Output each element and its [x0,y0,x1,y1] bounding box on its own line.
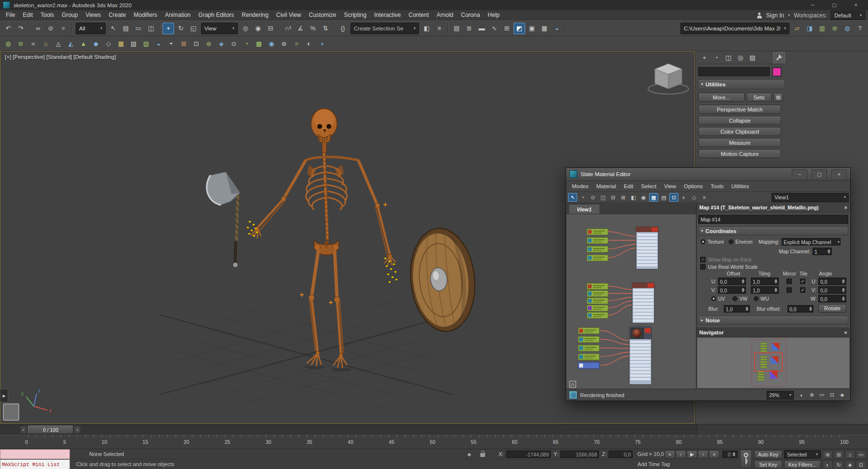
time-slider-next-button[interactable]: › [74,426,81,434]
slate-layout-children-icon[interactable]: ▤ [659,193,668,202]
slate-material-preview-icon[interactable]: ◉ [639,193,648,202]
slate-title-bar[interactable]: Slate Material Editor ─ ▢ × [566,168,850,181]
project-folder-icon[interactable]: ▱ [791,23,803,34]
zoom-extents-icon[interactable]: ⌂ [845,450,855,459]
menu-item[interactable]: Rendering [238,11,272,19]
slate-status-zoom-extents-selected-icon[interactable]: ◈ [838,391,847,400]
slate-zoom-extents-icon[interactable]: ⊡ [669,193,678,202]
object-color-swatch[interactable] [773,68,781,76]
coordinates-rollout[interactable]: ▾Coordinates [698,226,848,235]
redo-icon[interactable]: ↷ [15,23,27,34]
spinner-snap-toggle-icon[interactable]: ⇅ [320,23,331,34]
select-and-rotate-icon[interactable]: ↻ [175,23,187,34]
slate-node-canvas[interactable] [567,214,696,388]
set-keys-button[interactable] [740,450,752,468]
menu-item[interactable]: Tools [37,11,58,19]
slate-status-pan-icon[interactable]: ◐ [797,391,806,400]
v-tile-checkbox[interactable]: ✓ [800,288,805,293]
select-and-move-icon[interactable]: + [163,23,174,34]
close-button[interactable]: × [847,0,865,10]
v-tiling-field[interactable]: 1,0 [751,287,779,294]
material-editor-icon[interactable]: ◩ [514,23,525,34]
toggle-layer-explorer-icon[interactable]: ≣ [463,23,475,34]
sign-in-caret-icon[interactable]: ▾ [788,14,790,17]
time-slider-handle[interactable]: 0 / 100 [28,426,73,434]
dolly-icon[interactable]: ◈ [845,460,855,469]
reference-coordinate-system-dropdown[interactable]: View▾ [201,23,238,34]
menu-item[interactable]: Edit [19,11,37,19]
unlink-selection-icon[interactable]: ⊘ [45,23,56,34]
display-tab-icon[interactable]: ▤ [746,52,759,63]
utility-button[interactable]: Motion Capture [698,149,781,158]
toolbar2-icon[interactable]: ◬ [53,38,64,49]
u-tiling-field[interactable]: 1,0 [751,278,779,285]
orbit-icon[interactable]: ↻ [834,460,844,469]
navigator-close-icon[interactable]: × [844,330,847,335]
uv-radio[interactable] [711,296,716,301]
scene-converter-icon[interactable]: ⊚ [829,23,841,34]
render-production-icon[interactable]: ◒ [551,23,563,34]
schematic-view-icon[interactable]: ⊞ [501,23,513,34]
snaps-toggle-icon[interactable]: ∩³ [282,23,294,34]
slate-menu-item[interactable]: Material [593,183,620,189]
percent-snap-toggle-icon[interactable]: % [307,23,319,34]
toolbar2-icon[interactable]: ▧ [128,38,139,49]
menu-item[interactable]: Graph Editors [194,11,238,19]
select-and-manipulate-icon[interactable]: ◉ [252,23,264,34]
select-by-name-icon[interactable]: ▤ [120,23,132,34]
slate-menu-item[interactable]: Utilities [727,183,753,189]
vw-radio[interactable] [732,296,737,301]
slate-view-tab[interactable]: View1 [569,204,600,214]
slate-menu-item[interactable]: Options [680,183,707,189]
v-offset-field[interactable]: 0,0 [718,287,746,294]
v-angle-field[interactable]: 0,0 [818,287,846,294]
selection-filter-dropdown[interactable]: All▾ [76,23,106,34]
toolbar2-icon[interactable]: ◍ [2,38,14,49]
motion-tab-icon[interactable]: ◎ [734,52,746,63]
toolbar2-icon[interactable]: ◈ [216,38,227,49]
toolbar2-icon[interactable]: ⊜ [15,38,27,49]
toolbar2-icon[interactable]: ⌂ [40,38,52,49]
environ-radio[interactable] [729,239,733,244]
viewport-layout-tab[interactable] [3,403,19,421]
toolbar2-icon[interactable]: ⊠ [178,38,190,49]
set-key-button[interactable]: Set Key [754,460,782,469]
toolbar2-icon[interactable]: ≈ [291,38,302,49]
time-slider-track[interactable] [0,425,697,435]
u-mirror-checkbox[interactable] [787,279,792,284]
menu-item[interactable]: Help [484,11,503,19]
menu-item[interactable]: Customize [305,11,340,19]
parameter-close-icon[interactable]: × [844,205,847,210]
slate-close-button[interactable]: × [831,169,847,179]
select-and-link-icon[interactable]: ∞ [32,23,44,34]
zoom-icon[interactable]: ⊕ [823,450,833,459]
current-frame-field[interactable]: 0 [722,451,738,458]
select-and-uniform-scale-icon[interactable]: ◱ [188,23,199,34]
menu-item[interactable]: Group [58,11,81,19]
time-slider-prev-button[interactable]: ‹ [20,426,27,434]
toolbar2-icon[interactable]: ◔ [241,38,252,49]
slate-layout-all-icon[interactable]: ▦ [649,193,658,202]
w-angle-field[interactable]: 0,0 [818,295,846,303]
more-button[interactable]: More... [698,93,745,102]
slate-options-icon[interactable]: ≡ [700,193,709,202]
menu-item[interactable]: Civil View [272,11,305,19]
toolbar2-icon[interactable]: ⊚ [278,38,290,49]
menu-item[interactable]: Corona [457,11,484,19]
toolbar2-icon[interactable]: ⊛ [203,38,215,49]
toolbar2-icon[interactable]: ◆ [90,38,102,49]
toggle-scene-explorer-icon[interactable]: ▤ [451,23,462,34]
y-coordinate-field[interactable]: 1566,658 [560,451,599,458]
toolbar2-icon[interactable]: ⊡ [190,38,202,49]
spinner[interactable] [827,248,831,255]
slate-maximize-button[interactable]: ▢ [812,169,827,179]
go-to-start-icon[interactable]: « [665,450,675,458]
slate-pin-icon[interactable]: ◇ [690,193,699,202]
slate-pan-icon[interactable]: ◐ [679,193,689,202]
toolbar2-icon[interactable]: ◐ [303,38,315,49]
workspace-dropdown[interactable]: Default ▾ [831,11,865,20]
maxscript-mini-listener-label[interactable]: MAXScript Mini List [0,459,70,469]
selection-set-key-dropdown[interactable]: Selected▾ [784,450,821,458]
menu-item[interactable]: Scripting [340,11,370,19]
texture-radio[interactable] [701,239,705,244]
